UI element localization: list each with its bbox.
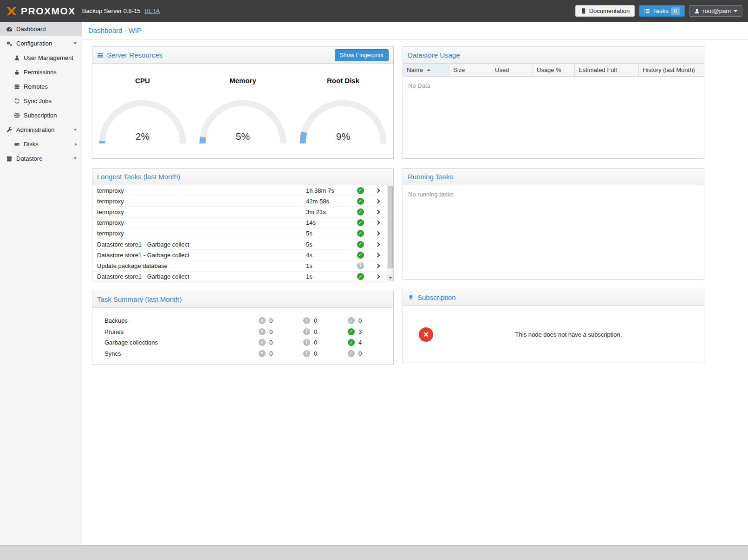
brand-text: PROXMOX xyxy=(21,6,76,17)
task-row[interactable]: termproxy 14s ✓ xyxy=(92,218,387,228)
server-resources-panel: Server Resources Show Fingerprint CPU xyxy=(92,46,394,159)
proxmox-backup-app: PROXMOX Backup Server 0.8-15 BETA Docume… xyxy=(0,0,748,560)
window-bottom-edge xyxy=(0,545,748,560)
sidebar-item-label: Configuration xyxy=(16,40,52,47)
sidebar-item-label: Dashboard xyxy=(16,26,46,33)
gauge-value: 9% xyxy=(298,131,388,142)
documentation-label: Documentation xyxy=(589,8,630,14)
sidebar-item-configuration[interactable]: Configuration xyxy=(0,36,82,51)
task-duration: 5s xyxy=(306,241,352,248)
task-row[interactable]: termproxy 5s ✓ xyxy=(92,228,387,239)
sidebar-item-sync-jobs[interactable]: Sync Jobs xyxy=(0,94,82,108)
sidebar-item-permissions[interactable]: Permissions xyxy=(0,65,82,79)
chevron-down-icon xyxy=(73,129,77,131)
error-count: 0 xyxy=(269,350,273,357)
lock-icon xyxy=(13,69,20,75)
chevron-right-icon xyxy=(375,253,380,257)
documentation-button[interactable]: Documentation xyxy=(575,5,635,17)
archive-icon xyxy=(6,156,13,162)
sidebar-item-remotes[interactable]: Remotes xyxy=(0,79,82,94)
task-row[interactable]: Datastore store1 - Garbage collect 4s ✓ xyxy=(92,250,387,260)
triangle-down-icon xyxy=(389,277,392,279)
column-header-name[interactable]: Name xyxy=(403,64,449,76)
task-duration: 42m 58s xyxy=(306,198,352,205)
user-label: root@pam xyxy=(702,8,731,14)
task-row[interactable]: termproxy 1h 38m 7s ✓ xyxy=(92,185,387,196)
beta-link[interactable]: BETA xyxy=(144,7,160,14)
sidebar-item-user-management[interactable]: User Management xyxy=(0,51,82,65)
server-resources-title: Server Resources xyxy=(97,51,163,59)
sidebar-item-label: Remotes xyxy=(24,83,48,90)
user-icon xyxy=(13,55,20,61)
warning-icon: ! xyxy=(303,350,310,357)
error-icon: × xyxy=(259,339,266,346)
summary-label: Garbage collections xyxy=(104,339,259,346)
wrench-icon xyxy=(6,127,13,133)
root-disk-gauge: Root Disk 9% xyxy=(297,77,390,145)
ok-status-icon: ✓ xyxy=(357,241,364,248)
gauge-label: Memory xyxy=(196,77,289,85)
show-fingerprint-button[interactable]: Show Fingerprint xyxy=(335,49,389,61)
sync-icon xyxy=(13,98,20,104)
task-name: termproxy xyxy=(97,187,306,194)
ok-icon: ✓ xyxy=(348,317,355,324)
ribbon-icon xyxy=(408,294,414,301)
gauge-label: CPU xyxy=(96,77,189,85)
product-label: Backup Server 0.8-15 xyxy=(82,7,141,14)
task-list-icon xyxy=(644,8,650,14)
sidebar-item-label: Sync Jobs xyxy=(24,98,52,104)
sidebar-item-subscription[interactable]: Subscription xyxy=(0,108,82,123)
vertical-scrollbar[interactable] xyxy=(387,185,393,281)
column-header-used[interactable]: Used xyxy=(491,64,533,76)
task-row[interactable]: Datastore store1 - Garbage collect 5s ✓ xyxy=(92,239,387,250)
task-duration: 14s xyxy=(306,219,352,226)
task-duration: 5s xyxy=(306,230,352,237)
chevron-right-icon xyxy=(375,263,380,268)
error-count: 0 xyxy=(269,317,273,324)
column-header-usage-pct[interactable]: Usage % xyxy=(533,64,575,76)
task-row[interactable]: termproxy 3m 21s ✓ xyxy=(92,207,387,217)
task-name: termproxy xyxy=(97,230,306,237)
subscription-panel: Subscription × This node does not have a… xyxy=(403,289,704,363)
warning-count: 0 xyxy=(314,350,317,357)
column-header-size[interactable]: Size xyxy=(449,64,491,76)
scrollbar-thumb[interactable] xyxy=(388,186,393,268)
task-summary-panel: Task Summary (last Month) Backups ×0 !0 … xyxy=(92,291,394,365)
running-tasks-panel: Running Tasks No running tasks xyxy=(403,168,704,280)
user-menu-button[interactable]: root@pam xyxy=(689,5,742,17)
running-tasks-title: Running Tasks xyxy=(408,173,453,181)
task-row[interactable]: termproxy 42m 58s ✓ xyxy=(92,196,387,207)
datastore-usage-panel: Datastore Usage Name Size Used xyxy=(403,46,704,159)
life-ring-icon xyxy=(13,112,20,118)
page-title: Dashboard - WIP xyxy=(82,22,748,39)
no-subscription-icon: × xyxy=(419,327,433,342)
task-row[interactable]: Update package database 1s ? xyxy=(92,260,387,271)
task-name: Update package database xyxy=(97,262,306,269)
ok-icon: ✓ xyxy=(348,339,355,346)
subscription-message: This node does not have a subscription. xyxy=(433,331,704,338)
tasks-button[interactable]: Tasks 0 xyxy=(639,5,685,17)
panel-title-text: Server Resources xyxy=(107,51,163,59)
gauge-label: Root Disk xyxy=(297,77,390,85)
tasks-count-badge: 0 xyxy=(671,7,680,15)
ok-count: 0 xyxy=(358,350,362,357)
task-summary-title: Task Summary (last Month) xyxy=(97,295,182,303)
task-row[interactable]: Datastore store1 - Garbage collect 1s ✓ xyxy=(92,272,387,282)
sidebar-item-datastore[interactable]: Datastore xyxy=(0,151,82,166)
task-duration: 1h 38m 7s xyxy=(306,187,352,194)
task-duration: 3m 21s xyxy=(306,208,352,215)
sidebar-item-dashboard[interactable]: Dashboard xyxy=(0,22,82,36)
cpu-gauge: CPU 2% xyxy=(96,77,189,145)
column-header-history[interactable]: History (last Month) xyxy=(639,64,704,76)
warning-count: 0 xyxy=(314,317,317,324)
ok-count: 4 xyxy=(358,339,362,346)
sidebar-item-disks[interactable]: Disks xyxy=(0,137,82,151)
ok-status-icon: ✓ xyxy=(357,252,364,259)
proxmox-x-icon xyxy=(6,5,18,17)
scroll-down-button[interactable] xyxy=(387,275,393,281)
sidebar-item-label: Permissions xyxy=(24,69,57,76)
server-resources-icon xyxy=(97,52,104,59)
chevron-right-icon xyxy=(375,274,380,279)
sidebar-item-administration[interactable]: Administration xyxy=(0,123,82,137)
column-header-estimated-full[interactable]: Estimated Full xyxy=(575,64,639,76)
